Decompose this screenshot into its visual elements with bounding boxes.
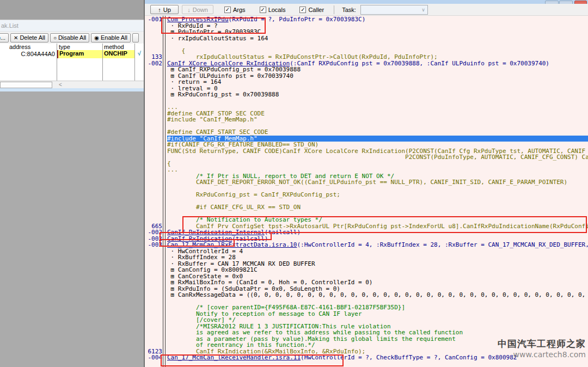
- delete-all-label: Delete All: [20, 34, 45, 42]
- code-line[interactable]: -004Can_17_McmCan_lReceiveHandler.isra.1…: [145, 354, 588, 361]
- code-line: · HwControllerId = 4: [145, 248, 588, 255]
- code-text: [167, 198, 588, 205]
- checkbox-check-icon: ✓: [224, 7, 231, 13]
- line-number: [145, 211, 162, 217]
- code-line: [145, 98, 588, 105]
- args-checkbox[interactable]: ✓ Args: [224, 7, 246, 13]
- code-text: ⊞ RxPduConfig_pst = 0x70039888: [167, 91, 588, 98]
- code-line[interactable]: -003Can_17_McmCan_lRxExtractData.isra.10…: [145, 242, 588, 248]
- stack-frame-entry: Can_17_McmCan_lRxExtractData.isra.10(:Hw…: [167, 242, 588, 248]
- frame-args: (HwControllerId = ?, CheckBuffType = ?, …: [301, 354, 517, 361]
- line-number: [145, 41, 162, 48]
- code-text: {: [167, 48, 588, 54]
- function-link[interactable]: CanIf_XCore_LocalCore_RxIndication: [167, 60, 290, 67]
- line-number: [145, 104, 162, 111]
- code-text: ⊞ RxPduInfo = (SduDataPtr = 0x0, SduLeng…: [167, 286, 588, 292]
- line-number: [145, 273, 162, 280]
- check-icon: √: [138, 50, 141, 57]
- line-number: -002: [145, 229, 162, 236]
- code-text: as a parameter (pass by value).Making th…: [167, 336, 588, 342]
- line-number: [145, 123, 162, 130]
- task-dropdown[interactable]: ∨: [360, 5, 428, 15]
- code-text: FUNC(Std_ReturnType, CANIF_CODE)CanIf_XC…: [167, 148, 588, 155]
- frame-args: (tailcall): [232, 236, 268, 242]
- code-line[interactable]: -002CanIf_RxIndication(tailcall): [145, 236, 588, 242]
- chevron-down-icon: ∨: [421, 7, 425, 13]
- code-text: Notify to reception of message to CAN IF…: [167, 311, 588, 317]
- code-text: ⊞ CanRxMessageData = ((0, 0, 0, 0, 0, 0,…: [167, 292, 588, 298]
- code-line: · RxBuffer = CAN_17_MCMCAN_RX_DED_BUFFER: [145, 261, 588, 267]
- code-text: RxPduConfig_pst = CanIf_RXPduConfig_pst;: [167, 192, 588, 198]
- code-text: [167, 123, 588, 130]
- code-line: CANIF_DET_REPORT_ERROR_NOT_OK((CanIf_ULP…: [145, 179, 588, 186]
- caller-checkbox[interactable]: ✓ Caller: [299, 7, 324, 13]
- code-text: /* [cover parentID={F495F68A-E87C-4161-B…: [167, 304, 588, 311]
- code-line: ⊞ RxPduInfo = (SduDataPtr = 0x0, SduLeng…: [145, 286, 588, 292]
- line-number: [145, 304, 162, 311]
- partial-button-right[interactable]: [132, 33, 139, 42]
- down-arrow-icon: ↓: [187, 7, 191, 13]
- debugger-frame-window: ↑ Up ↓ Down ✓ Args ✓ Locals ✓ Caller Tas…: [144, 0, 588, 367]
- line-number: [145, 261, 162, 267]
- line-number: [145, 323, 162, 330]
- code-line: /* Notification to Autosar types */: [145, 217, 588, 223]
- scrollbar-thumb[interactable]: [0, 82, 52, 88]
- down-button[interactable]: ↓ Down: [182, 5, 213, 14]
- function-link[interactable]: CanIf_RxIndication: [167, 236, 232, 242]
- code-text: ...: [167, 167, 588, 173]
- line-number: [145, 73, 162, 79]
- breakpoint-type: Program: [57, 50, 102, 58]
- code-text: ⊞ CanIf_RXPduConfig_pst = 0x70039888: [167, 66, 588, 73]
- code-line: ⊞ CanIf_RXPduConfig_pst = 0x70039888: [145, 66, 588, 73]
- code-text: CANIF_DET_REPORT_ERROR_NOT_OK((CanIf_ULP…: [167, 179, 588, 186]
- horizontal-scrollbar[interactable]: <: [0, 81, 144, 89]
- code-line[interactable]: -002CanIf_RxIndication_Internal(tailcall…: [145, 229, 588, 236]
- function-link[interactable]: CanIf_RxIndication_Internal: [167, 229, 265, 236]
- line-number: [145, 161, 162, 167]
- function-link[interactable]: Can_17_McmCan_lReceiveHandler.isra.11: [167, 354, 301, 361]
- code-text: [167, 186, 588, 192]
- code-line: ⊞ CanConfig = 0x8009821C: [145, 267, 588, 273]
- locals-checkbox[interactable]: ✓ Locals: [260, 7, 286, 13]
- code-text: ⊞ RxMailBoxInfo = (CanId = 0, Hoh = 0, C…: [167, 279, 588, 286]
- line-number: [145, 279, 162, 286]
- line-number: [145, 317, 162, 323]
- code-line: ...: [145, 104, 588, 111]
- scroll-left-arrow-icon[interactable]: <: [59, 81, 62, 89]
- table-row[interactable]: C:804A44A0 Program ONCHIP √: [0, 51, 144, 59]
- partial-button-left[interactable]: o...: [0, 33, 9, 42]
- line-number: [145, 98, 162, 105]
- line-number: [145, 292, 162, 298]
- up-button[interactable]: ↑ Up: [150, 5, 179, 14]
- code-text: rxIpduCalloutStatus = RxIPduConstPtr->Ca…: [167, 54, 588, 60]
- breakpoint-toolbar: o... ✕ Delete All ○ Disable All ◉ Enable…: [0, 32, 144, 44]
- code-text: #include "CanIf_MemMap.h": [167, 136, 588, 142]
- function-link[interactable]: Com_ProcessRxIPdu: [167, 16, 229, 23]
- code-line: [/cover] */: [145, 317, 588, 323]
- enable-all-button[interactable]: ◉ Enable All: [91, 33, 131, 42]
- code-line: ⊞ CanRxMessageData = ((0, 0, 0, 0, 0, 0,…: [145, 292, 588, 298]
- line-number: -001: [145, 16, 162, 23]
- code-line: /* [cover parentID={F495F68A-E87C-4161-B…: [145, 304, 588, 311]
- checkbox-check-icon: ✓: [260, 7, 266, 13]
- up-button-label: Up: [163, 7, 171, 13]
- code-line: [145, 186, 588, 192]
- line-number: [145, 29, 162, 35]
- delete-all-button[interactable]: ✕ Delete All: [10, 33, 48, 42]
- code-text: /* If Ptr is NULL, report to DET and ret…: [167, 173, 588, 180]
- line-number: [145, 91, 162, 98]
- line-number: [145, 148, 162, 155]
- code-line: ⊞ CanIf_ULPduinfo_pst = 0x70039740: [145, 73, 588, 79]
- code-line[interactable]: -002CanIf_XCore_LocalCore_RxIndication(:…: [145, 60, 588, 67]
- code-text: #define CANIF_START_SEC_CODE: [167, 129, 588, 136]
- disable-all-button[interactable]: ○ Disable All: [50, 33, 89, 42]
- code-line: FUNC(Std_ReturnType, CANIF_CODE)CanIf_XC…: [145, 148, 588, 155]
- line-number: [145, 204, 162, 211]
- code-line[interactable]: -001Com_ProcessRxIPdu(RxPduId = ?, PduIn…: [145, 16, 588, 23]
- line-number: 133: [145, 54, 162, 60]
- code-text: [167, 41, 588, 48]
- function-link[interactable]: Can_17_McmCan_lRxExtractData.isra.10: [167, 242, 297, 248]
- code-text: ⊞ CanCoreState = 0x0: [167, 273, 588, 280]
- checkbox-check-icon: ✓: [299, 7, 306, 13]
- line-number: [145, 217, 162, 223]
